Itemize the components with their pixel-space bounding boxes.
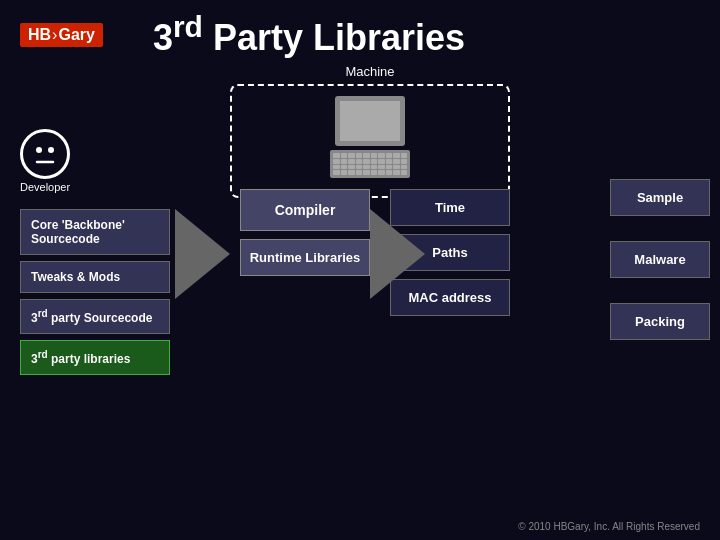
compiler-box: Compiler (240, 189, 370, 231)
packing-box: Packing (610, 303, 710, 340)
key (363, 165, 370, 170)
logo-hb: HB (28, 26, 51, 44)
key (386, 165, 393, 170)
left-column: Developer Core 'Backbone' Sourcecode Twe… (20, 69, 170, 499)
keyboard (330, 150, 410, 178)
key (348, 170, 355, 175)
page-title: 3rd Party Libraries (153, 10, 465, 59)
sample-box: Sample (610, 179, 710, 216)
svg-point-1 (48, 147, 54, 153)
monitor (335, 96, 405, 146)
key (401, 170, 408, 175)
right-arrow (370, 209, 425, 299)
key (378, 165, 385, 170)
key (363, 153, 370, 158)
key (348, 153, 355, 158)
footer: © 2010 HBGary, Inc. All Rights Reserved (518, 521, 700, 532)
third-party-sourcecode-box: 3rd party Sourcecode (20, 299, 170, 334)
key (393, 170, 400, 175)
left-arrow (175, 209, 230, 299)
key (356, 153, 363, 158)
monitor-screen (340, 101, 400, 141)
key (386, 153, 393, 158)
key (401, 153, 408, 158)
diagram-area: Developer Core 'Backbone' Sourcecode Twe… (0, 59, 720, 509)
machine-border (230, 84, 510, 198)
hbgary-logo: HB › Gary (20, 23, 103, 47)
key (341, 165, 348, 170)
key (341, 159, 348, 164)
footer-text: © 2010 HBGary, Inc. All Rights Reserved (518, 521, 700, 532)
key (356, 170, 363, 175)
key (348, 165, 355, 170)
key (363, 159, 370, 164)
key (371, 165, 378, 170)
third-party-lib-sup: 3 (31, 352, 38, 366)
key (333, 153, 340, 158)
key (401, 165, 408, 170)
machine-label: Machine (230, 64, 510, 79)
runtime-box: Runtime Libraries (240, 239, 370, 276)
title-prefix: 3 (153, 17, 173, 58)
key (356, 159, 363, 164)
key (371, 159, 378, 164)
third-party-sup: 3 (31, 311, 38, 325)
key (363, 170, 370, 175)
machine-section: Machine (230, 64, 510, 198)
tweaks-mods-box: Tweaks & Mods (20, 261, 170, 293)
key (333, 159, 340, 164)
svg-point-0 (36, 147, 42, 153)
key (341, 170, 348, 175)
developer-section: Developer (20, 129, 170, 193)
key (378, 159, 385, 164)
key (393, 153, 400, 158)
key (356, 165, 363, 170)
key (386, 159, 393, 164)
key (371, 170, 378, 175)
core-backbone-box: Core 'Backbone' Sourcecode (20, 209, 170, 255)
third-party-libraries-box: 3rd party libraries (20, 340, 170, 375)
key (371, 153, 378, 158)
key (378, 170, 385, 175)
arrow-shape-right (370, 209, 425, 299)
key (401, 159, 408, 164)
key (341, 153, 348, 158)
malware-box: Malware (610, 241, 710, 278)
developer-label: Developer (20, 181, 70, 193)
developer-face-icon (20, 129, 70, 179)
key (386, 170, 393, 175)
outcomes-section: Sample Malware Packing (610, 179, 710, 340)
key (393, 165, 400, 170)
logo-arrow: › (52, 26, 57, 44)
header: HB › Gary 3rd Party Libraries (0, 0, 720, 59)
logo-gary: Gary (58, 26, 94, 44)
key (333, 165, 340, 170)
computer-icon (330, 96, 410, 178)
key (393, 159, 400, 164)
key (348, 159, 355, 164)
middle-section: Compiler Runtime Libraries (240, 189, 370, 276)
title-suffix: Party Libraries (203, 17, 465, 58)
title-sup: rd (173, 10, 203, 43)
key (333, 170, 340, 175)
key (378, 153, 385, 158)
arrow-shape-left (175, 209, 230, 299)
